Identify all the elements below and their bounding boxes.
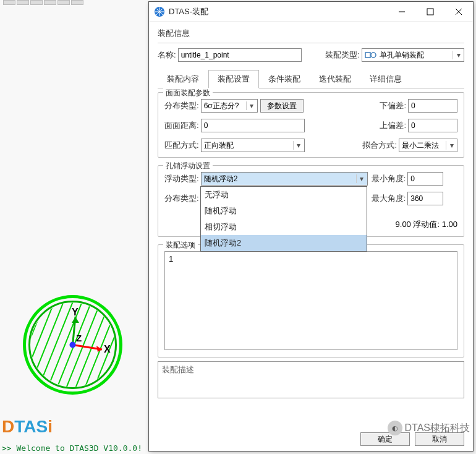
face-dist-input[interactable] bbox=[201, 119, 305, 132]
face-dist-label: 面面距离: bbox=[164, 120, 199, 131]
svg-rect-26 bbox=[365, 53, 370, 58]
lower-dev-input[interactable] bbox=[408, 99, 457, 113]
console-output: >> Welcome to DTAS3D V10.0.0! bbox=[2, 443, 142, 453]
hole-pin-group: 孔销浮动设置 浮动类型: 随机浮动2 ▾ 最小角度: 无浮动 随机浮动 相切浮动… bbox=[158, 165, 464, 237]
float-option-none[interactable]: 无浮动 bbox=[201, 187, 367, 203]
info-section-label: 装配信息 bbox=[158, 28, 462, 39]
name-label: 名称: bbox=[158, 49, 176, 61]
float-info-text: 9.00 浮动值: 1.00 bbox=[396, 219, 457, 230]
assembly-type-icon bbox=[364, 49, 378, 61]
wechat-icon: ◐ bbox=[388, 421, 402, 435]
float-type-select[interactable]: 随机浮动2 ▾ bbox=[201, 172, 368, 186]
chevron-down-icon: ▾ bbox=[356, 174, 367, 183]
tab-bar: 装配内容 装配设置 条件装配 迭代装配 详细信息 bbox=[158, 69, 464, 88]
float-type-dropdown[interactable]: 无浮动 随机浮动 相切浮动 随机浮动2 bbox=[200, 186, 367, 252]
max-angle-label: 最大角度: bbox=[372, 193, 406, 204]
tab-details[interactable]: 详细信息 bbox=[360, 70, 411, 88]
float-option-tangent[interactable]: 相切浮动 bbox=[201, 219, 367, 235]
min-angle-input[interactable] bbox=[407, 172, 443, 186]
upper-dev-label: 上偏差: bbox=[380, 120, 406, 131]
hole-pin-title: 孔销浮动设置 bbox=[163, 161, 213, 171]
svg-line-5 bbox=[43, 291, 87, 399]
name-input[interactable] bbox=[178, 48, 302, 62]
chevron-down-icon: ▾ bbox=[446, 141, 457, 150]
dist-type-select[interactable]: 6σ正态分? ▾ bbox=[201, 99, 258, 113]
float-option-random2[interactable]: 随机浮动2 bbox=[201, 235, 367, 251]
match-label: 匹配方式: bbox=[164, 140, 199, 151]
float-option-random[interactable]: 随机浮动 bbox=[201, 203, 367, 219]
window-title: DTAS-装配 bbox=[169, 6, 388, 17]
hp-dist-type-label: 分布类型: bbox=[164, 193, 199, 204]
app-icon bbox=[154, 6, 165, 17]
face-params-title: 面面装配参数 bbox=[163, 88, 213, 98]
viewport-figure: X Y Z bbox=[19, 291, 127, 399]
minimize-button[interactable] bbox=[388, 2, 416, 21]
logo: D TAS i bbox=[2, 417, 53, 437]
tab-content[interactable]: 装配内容 bbox=[158, 70, 208, 88]
svg-line-3 bbox=[25, 291, 68, 399]
svg-rect-23 bbox=[427, 9, 433, 15]
svg-text:Y: Y bbox=[72, 307, 79, 317]
svg-text:X: X bbox=[104, 344, 111, 354]
fit-label: 拟合方式: bbox=[362, 140, 397, 151]
svg-marker-17 bbox=[72, 317, 79, 323]
chevron-down-icon: ▾ bbox=[246, 101, 257, 110]
assembly-dialog: DTAS-装配 装配信息 名称: 装配类型: 单孔单销装配 ▾ bbox=[148, 1, 474, 452]
tab-conditional[interactable]: 条件装配 bbox=[259, 70, 310, 88]
param-settings-button[interactable]: 参数设置 bbox=[260, 99, 304, 113]
assembly-options-title: 装配选项 bbox=[163, 240, 198, 251]
maximize-button[interactable] bbox=[416, 2, 444, 21]
close-button[interactable] bbox=[444, 2, 473, 21]
fit-select[interactable]: 最小二乘法 ▾ bbox=[399, 139, 457, 152]
max-angle-input[interactable] bbox=[407, 192, 443, 205]
watermark: ◐ DTAS棣拓科技 bbox=[388, 421, 470, 435]
float-type-label: 浮动类型: bbox=[164, 173, 199, 184]
dist-type-label: 分布类型: bbox=[164, 100, 199, 111]
svg-point-27 bbox=[371, 53, 376, 58]
tab-settings[interactable]: 装配设置 bbox=[208, 70, 259, 88]
min-angle-label: 最小角度: bbox=[372, 173, 406, 184]
svg-text:Z: Z bbox=[76, 333, 82, 343]
assembly-type-label: 装配类型: bbox=[325, 49, 360, 61]
lower-dev-label: 下偏差: bbox=[380, 100, 406, 111]
face-params-group: 面面装配参数 分布类型: 6σ正态分? ▾ 参数设置 下偏差: 面面距离: 上偏… bbox=[158, 92, 464, 158]
svg-point-19 bbox=[70, 342, 76, 348]
assembly-options-textarea[interactable]: 1 bbox=[164, 251, 457, 350]
assembly-type-select[interactable]: 单孔单销装配 ▾ bbox=[362, 48, 464, 62]
svg-line-7 bbox=[62, 291, 105, 399]
upper-dev-input[interactable] bbox=[408, 119, 457, 132]
tab-iterative[interactable]: 迭代装配 bbox=[310, 70, 360, 88]
assembly-options-group: 装配选项 1 bbox=[158, 244, 464, 358]
chevron-down-icon: ▾ bbox=[293, 141, 304, 150]
titlebar: DTAS-装配 bbox=[149, 2, 473, 22]
description-label: 装配描述 bbox=[162, 365, 194, 374]
description-box[interactable]: 装配描述 bbox=[158, 361, 464, 398]
chevron-down-icon: ▾ bbox=[453, 51, 464, 59]
match-select[interactable]: 正向装配 ▾ bbox=[201, 139, 305, 152]
